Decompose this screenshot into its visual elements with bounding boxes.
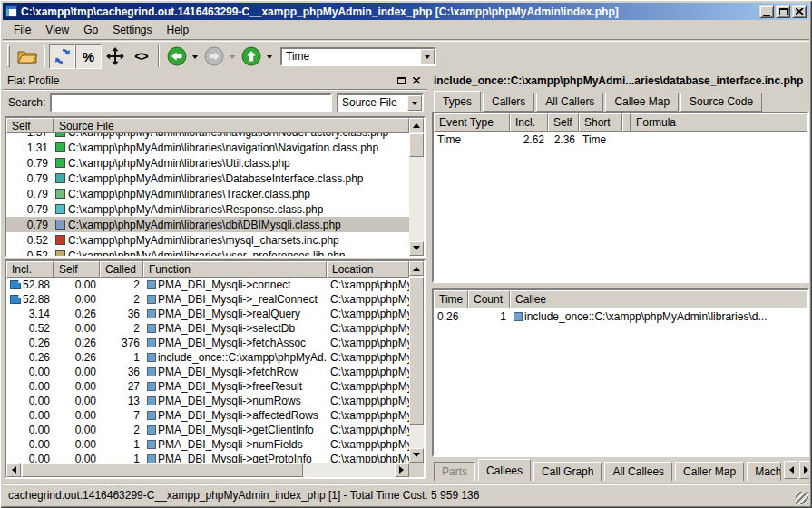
menu-item[interactable]: View xyxy=(38,21,76,39)
function-row[interactable]: 52.88 0.00 2 PMA_DBI_Mysqli->connect C:\… xyxy=(6,278,409,292)
column-header-source-file[interactable]: Source File xyxy=(54,118,409,133)
event-type-selector[interactable]: Time xyxy=(280,47,436,66)
combo-dropdown-button[interactable] xyxy=(407,95,422,111)
up-dropdown-arrow[interactable] xyxy=(264,44,275,69)
column-header-self[interactable]: Self xyxy=(6,118,54,133)
function-list-vscrollbar[interactable] xyxy=(409,261,424,463)
reload-button[interactable] xyxy=(49,44,75,69)
open-file-button[interactable] xyxy=(14,44,40,69)
scroll-down-button[interactable] xyxy=(409,241,424,256)
file-row[interactable]: 0.79 C:\xampp\phpMyAdmin\libraries\Util.… xyxy=(6,155,409,171)
function-row[interactable]: 0.00 0.00 7 PMA_DBI_Mysqli->affectedRows… xyxy=(6,408,409,423)
detail-tab[interactable]: All Callers xyxy=(536,93,603,112)
function-row[interactable]: 3.14 0.26 36 PMA_DBI_Mysqli->realQuery C… xyxy=(6,307,409,321)
resize-grip[interactable] xyxy=(796,492,808,504)
cycle-detection-button[interactable] xyxy=(102,44,128,69)
forward-button[interactable] xyxy=(201,44,227,69)
bottom-tab[interactable]: Call Graph xyxy=(533,462,602,481)
tab-scroll-left-button[interactable] xyxy=(784,461,797,479)
scroll-left-button[interactable] xyxy=(6,463,21,477)
column-header-callee[interactable]: Callee xyxy=(510,290,807,308)
menu-item[interactable]: File xyxy=(6,21,38,39)
column-header-formula[interactable]: Formula xyxy=(631,113,807,132)
column-header-event-type[interactable]: Event Type xyxy=(434,113,510,132)
file-row[interactable]: 1.31 C:\xampp\phpMyAdmin\libraries\navig… xyxy=(6,140,409,155)
function-row[interactable]: 0.26 0.26 1 include_once::C:\xampp\phpMy… xyxy=(6,350,409,365)
function-row[interactable]: 0.00 0.00 27 PMA_DBI_Mysqli->freeResult … xyxy=(6,379,409,394)
file-row[interactable]: 1.37 C:\xampp\phpMyAdmin\libraries\navig… xyxy=(6,133,409,140)
column-header-function[interactable]: Function xyxy=(143,261,327,278)
column-header-count[interactable]: Count xyxy=(468,290,510,308)
scroll-down-button[interactable] xyxy=(409,448,424,463)
bottom-tab[interactable]: Callees xyxy=(478,459,531,481)
toolbar-handle[interactable] xyxy=(7,45,10,67)
function-row[interactable]: 0.00 0.00 1 PMA_DBI_Mysqli->numFields C:… xyxy=(6,437,409,452)
scroll-right-button[interactable] xyxy=(395,463,409,477)
bottom-tab[interactable]: Caller Map xyxy=(675,462,744,481)
file-list-vscrollbar[interactable] xyxy=(409,118,424,256)
event-type-row[interactable]: Time 2.62 2.36 Time xyxy=(434,132,807,147)
scroll-up-button[interactable] xyxy=(409,118,424,132)
maximize-icon xyxy=(779,8,788,15)
dock-close-button[interactable] xyxy=(410,75,423,87)
function-row[interactable]: 52.88 0.00 2 PMA_DBI_Mysqli->_realConnec… xyxy=(6,292,409,307)
scroll-up-button[interactable] xyxy=(409,261,424,276)
function-list-hscrollbar[interactable] xyxy=(6,463,409,477)
file-row[interactable]: 0.52 C:\xampp\phpMyAdmin\libraries\user_… xyxy=(6,248,409,256)
forward-dropdown-arrow[interactable] xyxy=(227,44,238,69)
column-header-called[interactable]: Called xyxy=(100,261,143,278)
bottom-tab[interactable]: Machine xyxy=(747,462,781,481)
detail-tab[interactable]: Source Code xyxy=(680,93,762,112)
minimize-button[interactable] xyxy=(759,5,774,18)
search-input[interactable] xyxy=(50,93,332,112)
relative-cost-toggle[interactable]: % xyxy=(75,44,102,69)
back-dropdown-arrow[interactable] xyxy=(190,44,201,69)
column-header-time[interactable]: Time xyxy=(434,290,468,308)
callee-row[interactable]: 0.26 1 include_once::C:\xampp\phpMyAdmin… xyxy=(434,308,807,324)
function-row[interactable]: 0.00 0.00 1 PMA_DBI_Mysqli->getProtoInfo… xyxy=(6,452,409,463)
function-row[interactable]: 0.26 0.26 376 PMA_DBI_Mysqli->fetchAssoc… xyxy=(6,336,409,350)
arrow-down-icon xyxy=(413,453,420,461)
detail-tab[interactable]: Callee Map xyxy=(605,93,679,112)
tab-scroll-right-button[interactable] xyxy=(799,461,809,479)
file-row[interactable]: 0.79 C:\xampp\phpMyAdmin\libraries\Respo… xyxy=(6,201,409,217)
file-row[interactable]: 0.79 C:\xampp\phpMyAdmin\libraries\Datab… xyxy=(6,171,409,186)
title-bar[interactable]: C:\xampp\tmp\cachegrind.out.1416463299-C… xyxy=(3,3,809,20)
function-row[interactable]: 0.00 0.00 13 PMA_DBI_Mysqli->numRows C:\… xyxy=(6,394,409,408)
up-button[interactable] xyxy=(238,44,264,69)
column-header-incl[interactable]: Incl. xyxy=(510,113,548,132)
file-row[interactable]: 0.79 C:\xampp\phpMyAdmin\libraries\dbi\D… xyxy=(6,217,409,232)
bottom-tab[interactable]: Parts xyxy=(434,462,475,481)
flat-profile-panel: Flat Profile Search: Source File Self So… xyxy=(3,73,427,481)
scroll-thumb[interactable] xyxy=(409,133,424,157)
column-header-self[interactable]: Self xyxy=(54,261,100,278)
called-count-cell: 7 xyxy=(100,409,143,422)
close-button[interactable] xyxy=(792,5,807,18)
back-button[interactable] xyxy=(163,44,190,69)
column-header-incl[interactable]: Incl. xyxy=(6,261,54,278)
file-row[interactable]: 0.79 C:\xampp\phpMyAdmin\libraries\Track… xyxy=(6,186,409,201)
maximize-button[interactable] xyxy=(776,5,790,18)
bottom-tab-bar: Parts Callees Call Graph All Callees Cal… xyxy=(434,459,809,481)
dock-float-button[interactable] xyxy=(395,75,407,87)
menu-item[interactable]: Help xyxy=(160,21,197,39)
scroll-thumb[interactable] xyxy=(409,277,424,425)
called-count-cell: 36 xyxy=(100,366,143,378)
function-row[interactable]: 0.00 0.00 36 PMA_DBI_Mysqli->fetchRow C:… xyxy=(6,365,409,379)
menu-item[interactable]: Settings xyxy=(105,21,159,39)
bottom-tab[interactable]: All Callees xyxy=(604,462,672,481)
column-header-self[interactable]: Self xyxy=(548,113,579,132)
function-row[interactable]: 0.00 0.00 2 PMA_DBI_Mysqli->getClientInf… xyxy=(6,423,409,437)
shorten-templates-button[interactable]: <> xyxy=(128,44,154,69)
column-header-location[interactable]: Location xyxy=(327,261,409,278)
scroll-thumb[interactable] xyxy=(22,463,303,477)
menu-item[interactable]: Go xyxy=(76,21,105,39)
combo-dropdown-button[interactable] xyxy=(420,49,435,64)
detail-tab[interactable]: Types xyxy=(434,91,481,112)
group-by-selector[interactable]: Source File xyxy=(337,93,424,112)
column-header-short[interactable]: Short xyxy=(579,113,622,132)
function-row[interactable]: 0.52 0.00 2 PMA_DBI_Mysqli->selectDb C:\… xyxy=(6,321,409,336)
file-row[interactable]: 0.52 C:\xampp\phpMyAdmin\libraries\mysql… xyxy=(6,232,409,248)
dock-title-bar[interactable]: Flat Profile xyxy=(3,73,427,90)
detail-tab[interactable]: Callers xyxy=(483,93,534,112)
